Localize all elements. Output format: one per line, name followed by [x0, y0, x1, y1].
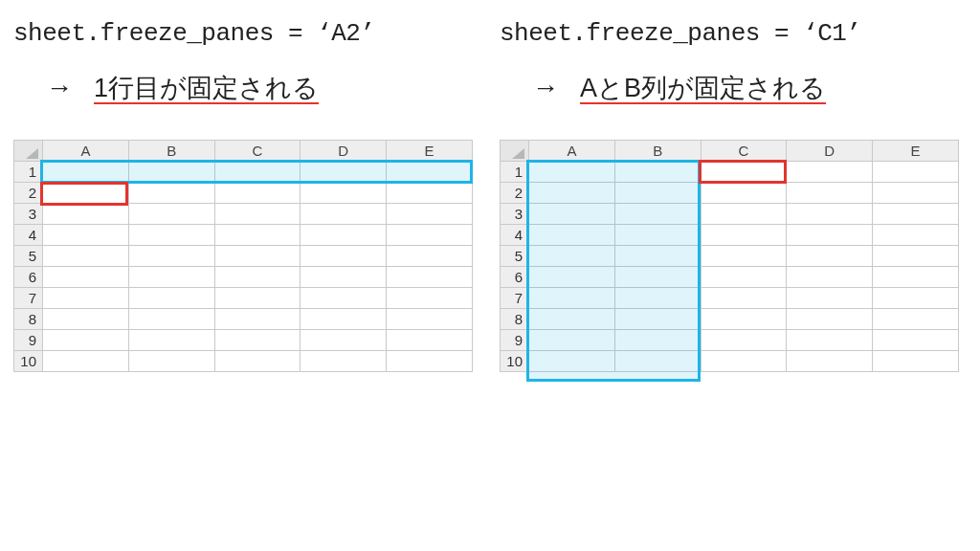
- row-header[interactable]: 5: [501, 246, 529, 267]
- col-header[interactable]: C: [214, 141, 301, 162]
- cell[interactable]: [214, 183, 301, 204]
- cell[interactable]: [787, 183, 873, 204]
- cell[interactable]: [529, 351, 615, 372]
- col-header[interactable]: A: [529, 141, 615, 162]
- row-header[interactable]: 8: [14, 309, 43, 330]
- col-header[interactable]: D: [787, 141, 873, 162]
- row-header[interactable]: 5: [14, 246, 43, 267]
- cell[interactable]: [387, 351, 473, 372]
- cell[interactable]: [701, 183, 787, 204]
- cell[interactable]: [614, 162, 701, 183]
- cell[interactable]: [387, 330, 473, 351]
- cell[interactable]: [128, 309, 214, 330]
- cell[interactable]: [614, 351, 701, 372]
- cell[interactable]: [214, 225, 301, 246]
- row-header[interactable]: 6: [14, 267, 43, 288]
- col-header[interactable]: E: [387, 141, 473, 162]
- cell[interactable]: [214, 267, 301, 288]
- cell[interactable]: [614, 288, 701, 309]
- cell[interactable]: [128, 225, 214, 246]
- col-header[interactable]: D: [301, 141, 387, 162]
- row-header[interactable]: 9: [14, 330, 43, 351]
- cell[interactable]: [701, 204, 787, 225]
- cell[interactable]: [701, 330, 787, 351]
- row-header[interactable]: 2: [501, 183, 529, 204]
- cell[interactable]: [43, 204, 129, 225]
- row-header[interactable]: 7: [14, 288, 43, 309]
- cell[interactable]: [128, 351, 214, 372]
- cell[interactable]: [787, 309, 873, 330]
- cell[interactable]: [128, 246, 214, 267]
- cell[interactable]: [787, 204, 873, 225]
- cell[interactable]: [873, 330, 959, 351]
- cell[interactable]: [301, 162, 387, 183]
- cell[interactable]: [128, 288, 214, 309]
- cell[interactable]: [43, 246, 129, 267]
- cell[interactable]: [614, 204, 701, 225]
- cell[interactable]: [614, 246, 701, 267]
- row-header[interactable]: 8: [501, 309, 529, 330]
- cell[interactable]: [128, 162, 214, 183]
- cell[interactable]: [873, 267, 959, 288]
- cell[interactable]: [787, 330, 873, 351]
- cell[interactable]: [387, 267, 473, 288]
- cell[interactable]: [301, 309, 387, 330]
- col-header[interactable]: B: [614, 141, 701, 162]
- row-header[interactable]: 2: [14, 183, 43, 204]
- cell[interactable]: [128, 183, 214, 204]
- cell[interactable]: [873, 183, 959, 204]
- cell[interactable]: [301, 246, 387, 267]
- cell[interactable]: [43, 183, 129, 204]
- cell[interactable]: [128, 267, 214, 288]
- row-header[interactable]: 1: [501, 162, 529, 183]
- cell[interactable]: [301, 204, 387, 225]
- cell[interactable]: [787, 351, 873, 372]
- cell[interactable]: [701, 288, 787, 309]
- cell[interactable]: [214, 204, 301, 225]
- cell[interactable]: [214, 288, 301, 309]
- cell[interactable]: [873, 225, 959, 246]
- cell[interactable]: [387, 162, 473, 183]
- cell[interactable]: [529, 162, 615, 183]
- cell[interactable]: [701, 246, 787, 267]
- cell[interactable]: [128, 204, 214, 225]
- row-header[interactable]: 4: [14, 225, 43, 246]
- cell[interactable]: [701, 162, 787, 183]
- cell[interactable]: [873, 246, 959, 267]
- cell[interactable]: [787, 225, 873, 246]
- cell[interactable]: [387, 204, 473, 225]
- cell[interactable]: [43, 225, 129, 246]
- cell[interactable]: [873, 351, 959, 372]
- cell[interactable]: [529, 330, 615, 351]
- cell[interactable]: [43, 351, 129, 372]
- cell[interactable]: [214, 162, 301, 183]
- row-header[interactable]: 6: [501, 267, 529, 288]
- row-header[interactable]: 7: [501, 288, 529, 309]
- cell[interactable]: [529, 246, 615, 267]
- row-header[interactable]: 10: [501, 351, 529, 372]
- cell[interactable]: [701, 225, 787, 246]
- select-all-corner[interactable]: [501, 141, 529, 162]
- row-header[interactable]: 3: [501, 204, 529, 225]
- cell[interactable]: [43, 162, 129, 183]
- cell[interactable]: [301, 351, 387, 372]
- row-header[interactable]: 9: [501, 330, 529, 351]
- cell[interactable]: [43, 267, 129, 288]
- cell[interactable]: [614, 309, 701, 330]
- cell[interactable]: [529, 267, 615, 288]
- cell[interactable]: [787, 162, 873, 183]
- col-header[interactable]: A: [43, 141, 129, 162]
- cell[interactable]: [701, 309, 787, 330]
- cell[interactable]: [387, 183, 473, 204]
- cell[interactable]: [787, 288, 873, 309]
- col-header[interactable]: C: [701, 141, 787, 162]
- col-header[interactable]: B: [128, 141, 214, 162]
- cell[interactable]: [873, 162, 959, 183]
- cell[interactable]: [301, 183, 387, 204]
- cell[interactable]: [214, 246, 301, 267]
- cell[interactable]: [301, 225, 387, 246]
- cell[interactable]: [214, 330, 301, 351]
- cell[interactable]: [529, 204, 615, 225]
- cell[interactable]: [873, 309, 959, 330]
- cell[interactable]: [529, 309, 615, 330]
